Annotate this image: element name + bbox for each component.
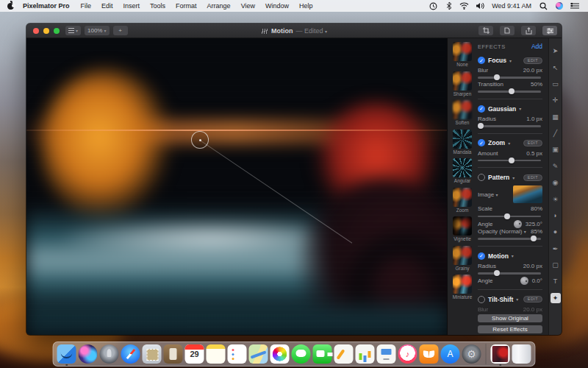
pattern-checkbox[interactable] [478,174,485,181]
dock-notes[interactable] [207,344,226,364]
reset-effects-button[interactable]: Reset Effects [478,325,542,333]
effect-handle[interactable] [191,131,209,149]
preset-sharpen[interactable]: Sharpen [451,71,473,97]
menu-help[interactable]: Help [294,2,318,10]
bluetooth-icon[interactable] [444,2,453,10]
arrange-tool[interactable]: ➤ [551,46,561,56]
focus-checkbox[interactable]: ✓ [478,57,485,64]
tilt-shift-edit-button[interactable]: EDIT [523,296,542,302]
shape-tool[interactable]: ▢ [551,260,561,270]
format-button[interactable] [542,26,557,35]
dock-trash[interactable] [512,344,531,364]
zoom-add-button[interactable]: + [113,26,128,35]
preset-miniature[interactable]: Miniature [451,275,473,300]
dock-facetime[interactable] [313,344,332,364]
motion-radius-slider[interactable] [478,269,542,276]
fullscreen-button[interactable] [54,28,60,34]
dock-contacts[interactable] [164,344,183,364]
dock-messages[interactable] [292,344,311,364]
menu-file[interactable]: File [76,2,97,10]
motion-checkbox[interactable]: ✓ [478,252,485,260]
move-tool[interactable]: ↖ [551,63,561,73]
dock-itunes[interactable]: ♪ [398,344,417,364]
menu-insert[interactable]: Insert [118,2,146,10]
menu-edit[interactable]: Edit [96,2,118,10]
slice-tool[interactable]: ╱ [551,128,561,138]
minimize-button[interactable] [43,28,49,34]
insert-button[interactable] [500,26,514,35]
preset-vignette[interactable]: Vignette [451,216,473,242]
title-bar[interactable]: ▾ 100%▾ + Motion — Edited ▾ [26,24,562,38]
dock-system-preferences[interactable]: ⚙ [462,344,481,364]
pattern-image-thumbnail[interactable] [513,185,542,203]
amount-slider[interactable] [478,157,542,163]
dodge-tool[interactable]: ☀ [551,194,561,205]
zoom-title[interactable]: Zoom [488,139,505,146]
retouch-tool[interactable]: ◉ [551,177,561,188]
dock-photos[interactable] [270,344,290,364]
quick-select-tool[interactable]: ✛ [551,95,561,105]
menu-app-name[interactable]: Pixelmator Pro [17,2,76,10]
notification-center-icon[interactable] [570,2,579,10]
siri-icon[interactable] [554,2,564,10]
opacity-slider[interactable] [478,235,542,241]
menu-bar-clock[interactable]: Wed 9:41 AM [487,2,536,10]
motion-angle-dial[interactable] [520,277,528,285]
dock-mail[interactable] [143,344,162,364]
zoom-level-button[interactable]: 100%▾ [85,26,109,35]
dock-finder[interactable] [57,344,76,364]
scale-slider[interactable] [478,213,542,219]
dock-books[interactable] [420,344,439,364]
apple-menu-icon[interactable] [7,3,14,10]
menu-view[interactable]: View [236,2,260,10]
effects-tool[interactable]: ✦ [551,293,561,303]
close-button[interactable] [33,28,39,34]
document-state[interactable]: — Edited ▾ [295,27,327,35]
show-original-button[interactable]: Show Original [478,314,542,322]
gaussian-title[interactable]: Gaussian [488,105,516,113]
tilt-shift-checkbox[interactable] [478,296,485,303]
dock-keynote[interactable] [377,344,396,364]
preset-none[interactable]: None [451,42,473,68]
dock-pixelmator-pro[interactable] [491,344,510,364]
dock-pages[interactable] [334,344,354,364]
export-button[interactable] [521,26,536,35]
preset-soften[interactable]: Soften [451,100,473,126]
preset-mandala[interactable]: Mandala [451,130,473,155]
dock-maps[interactable] [249,344,268,364]
volume-icon[interactable] [475,2,484,10]
color-fill-tool[interactable]: ● [551,227,561,237]
time-machine-icon[interactable] [429,2,438,10]
blur-tool[interactable]: ◗ [551,210,561,221]
dock-launchpad[interactable] [100,344,119,364]
crop-button[interactable] [478,26,493,35]
menu-arrange[interactable]: Arrange [202,2,236,10]
wifi-icon[interactable] [459,2,469,10]
focus-edit-button[interactable]: EDIT [523,57,542,64]
dock-app-store[interactable]: A [441,344,460,364]
opacity-label[interactable]: Opacity (Normal) ▾ [478,228,526,235]
transition-slider[interactable] [478,88,542,94]
marquee-tool[interactable]: ▭ [551,79,561,89]
angle-dial[interactable] [514,220,522,228]
pen-tool[interactable]: ✒ [551,244,561,254]
dock-calendar[interactable]: 29 [185,344,204,364]
view-options-button[interactable]: ▾ [65,26,81,35]
dock-numbers[interactable] [356,344,375,364]
image-label[interactable]: Image ▾ [478,191,498,198]
preset-angular[interactable]: Angular [451,158,473,184]
radius-slider[interactable] [478,122,542,129]
motion-title[interactable]: Motion [488,252,509,260]
dock-safari[interactable] [121,344,140,364]
spotlight-icon[interactable] [539,2,548,10]
type-tool[interactable]: T [551,276,561,286]
preset-zoom[interactable]: Zoom [451,188,473,213]
clone-tool[interactable]: ▣ [551,144,561,155]
focus-title[interactable]: Focus [488,57,506,64]
pattern-title[interactable]: Pattern [488,174,509,181]
tilt-shift-title[interactable]: Tilt-Shift [488,296,513,303]
blur-slider[interactable] [478,74,542,80]
paint-tool[interactable]: ✎ [551,161,561,171]
menu-tools[interactable]: Tools [145,2,171,10]
image-canvas[interactable] [26,38,447,335]
